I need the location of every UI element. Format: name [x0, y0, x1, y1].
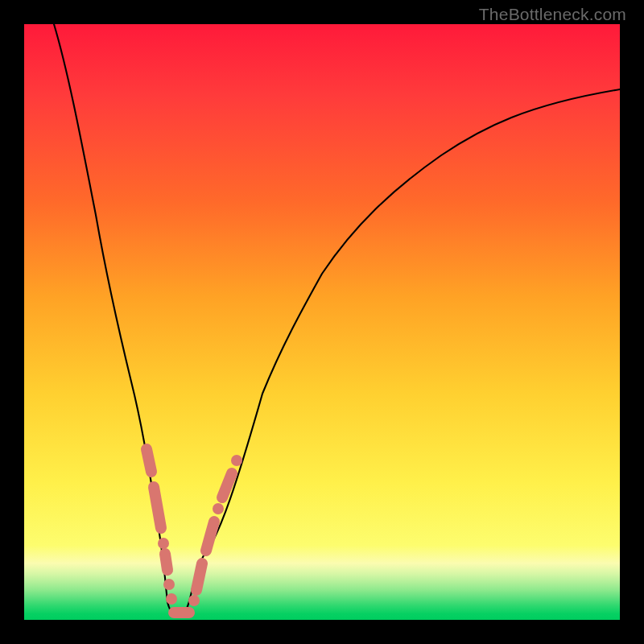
bead-dot — [188, 595, 200, 606]
bead-dot — [213, 503, 224, 514]
bead-segment — [147, 449, 151, 472]
bead-cluster — [147, 449, 242, 613]
bead-segment — [154, 487, 161, 528]
bead-dot — [158, 538, 169, 549]
bead-dot — [231, 455, 242, 466]
bead-dot — [166, 593, 177, 605]
bead-dot — [163, 579, 175, 590]
chart-frame: TheBottleneck.com — [0, 0, 644, 644]
bead-segment — [222, 473, 232, 497]
plot-area — [24, 24, 620, 620]
bead-segment — [165, 554, 167, 570]
bead-segment — [206, 522, 214, 551]
watermark-text: TheBottleneck.com — [479, 5, 626, 24]
curve-svg — [24, 24, 620, 620]
bead-segment — [196, 564, 202, 590]
bottleneck-curve — [54, 24, 620, 617]
